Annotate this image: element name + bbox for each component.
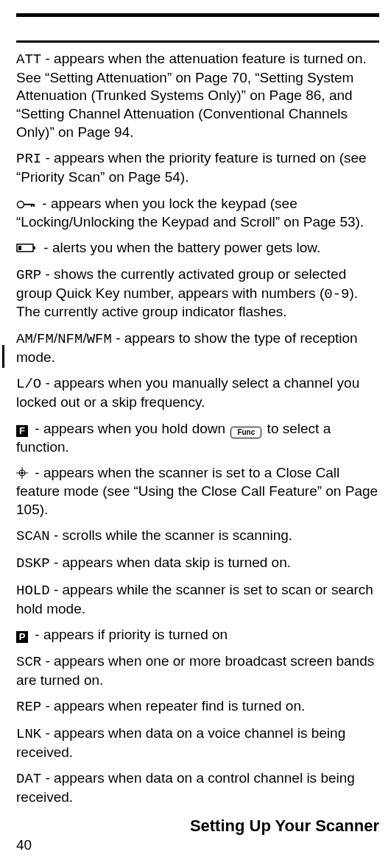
entry: SCAN - scrolls while the scanner is scan… [16, 527, 379, 546]
entry: DSKP - appears when data skip is turned … [16, 554, 379, 573]
indicator-code: DAT [16, 771, 41, 787]
entry-text: - appears when repeater find is turned o… [41, 698, 305, 714]
indicator-code: SCR [16, 654, 41, 670]
mode-code: NFM [57, 331, 82, 347]
entry-text: - appears when the scanner is set to a C… [16, 465, 378, 516]
entry: P - appears if priority is turned on [16, 626, 379, 644]
indicator-code: ATT [16, 51, 41, 68]
entry-text: - appears when one or more broadcast scr… [16, 653, 374, 688]
entry: GRP - shows the currently activated grou… [16, 266, 379, 321]
entry-text: - appears when you hold down [31, 421, 229, 436]
entry-text: - appears when data on a voice channel i… [16, 725, 345, 760]
indicator-code: HOLD [16, 583, 50, 599]
entry-text: - appears if priority is turned on [31, 627, 228, 642]
indicator-code: LNK [16, 726, 41, 742]
f-icon: F [16, 425, 28, 437]
entry: HOLD - appears while the scanner is set … [16, 581, 379, 618]
range-text: 0-9 [324, 286, 349, 302]
entry: SCR - appears when one or more broadcast… [16, 652, 379, 689]
indicator-code: SCAN [16, 528, 50, 544]
svg-rect-3 [33, 204, 35, 207]
thick-rule [16, 13, 379, 17]
entry: ATT - appears when the attenuation featu… [16, 50, 379, 141]
battery-low-icon [16, 243, 37, 253]
entry: PRI - appears when the priority feature … [16, 149, 379, 186]
close-call-icon [16, 467, 28, 479]
entry-text: - appears when you lock the keypad (see … [16, 196, 364, 230]
entry: REP - appears when repeater find is turn… [16, 697, 379, 716]
entry: - appears when you lock the keypad (see … [16, 195, 379, 231]
entry: - appears when the scanner is set to a C… [16, 464, 379, 519]
indicator-code: DSKP [16, 555, 50, 572]
entry: AM/FM/NFM/WFM - appears to show the type… [16, 330, 379, 366]
entry-text: - appears when the attenuation feature i… [16, 51, 367, 140]
indicator-code: GRP [16, 267, 41, 283]
entry: LNK - appears when data on a voice chann… [16, 725, 379, 761]
entry-text: - appears when the priority feature is t… [16, 150, 367, 185]
entry: L/O - appears when you manually select a… [16, 374, 379, 411]
svg-rect-5 [33, 246, 35, 249]
mode-code: AM [16, 331, 33, 347]
footer-title: Setting Up Your Scanner [16, 816, 379, 837]
indicator-code: PRI [16, 151, 41, 167]
thin-rule [16, 40, 379, 43]
svg-rect-2 [31, 204, 32, 207]
key-icon [16, 200, 35, 209]
entry: DAT - appears when data on a control cha… [16, 769, 379, 806]
svg-rect-6 [18, 246, 21, 250]
entry: - alerts you when the battery power gets… [16, 239, 379, 257]
func-key-icon: Func [230, 427, 261, 438]
svg-point-0 [18, 201, 24, 207]
entry-text: - appears when you manually select a cha… [16, 375, 359, 410]
entry-text: - appears when data skip is turned on. [50, 555, 291, 570]
entry-text: - appears when data on a control channel… [16, 770, 355, 805]
change-bar [2, 345, 4, 368]
page-number: 40 [16, 836, 32, 855]
entry: F - appears when you hold down Func to s… [16, 420, 379, 457]
entry-text: - alerts you when the battery power gets… [40, 240, 320, 255]
p-icon: P [16, 631, 28, 643]
entry-text: - scrolls while the scanner is scanning. [50, 527, 292, 543]
mode-code: FM [37, 331, 54, 347]
indicator-code: REP [16, 699, 41, 715]
mode-code: WFM [87, 331, 112, 347]
entry-text: - appears while the scanner is set to sc… [16, 582, 373, 616]
indicator-code: L/O [16, 376, 41, 392]
entry-text: - shows the currently activated group or… [16, 266, 346, 301]
